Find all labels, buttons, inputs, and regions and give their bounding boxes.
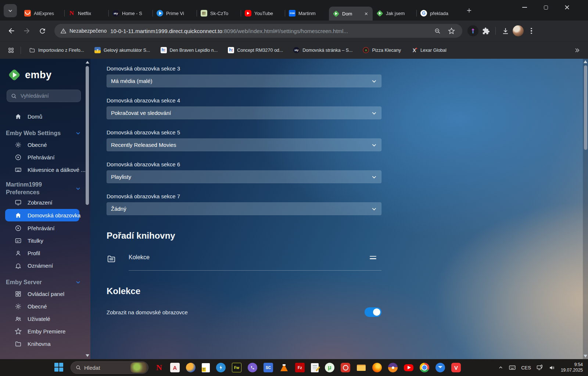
sidebar-item-general[interactable]: Obecné xyxy=(0,138,90,151)
scroll-down-arrow-icon[interactable] xyxy=(584,355,587,358)
sc-app-icon[interactable] xyxy=(263,363,273,372)
windows-start-button[interactable] xyxy=(54,363,64,372)
speaker-icon[interactable] xyxy=(549,364,556,371)
keyboard-layout-indicator[interactable]: CES xyxy=(521,365,531,370)
bookmark-gel-battery[interactable]: Gelový akumulátor S... xyxy=(91,45,154,55)
sidebar-item-notifications[interactable]: Oznámení xyxy=(0,259,90,272)
sidebar-section-emby-server[interactable]: Emby Server xyxy=(0,276,90,288)
bookmark-den-braven[interactable]: Den Braven Lepidlo n... xyxy=(157,45,222,55)
filezilla-app-icon[interactable] xyxy=(295,363,305,372)
scroll-down-arrow-icon[interactable] xyxy=(86,354,89,357)
library-order-row-collections[interactable]: Kolekce xyxy=(107,253,381,271)
sidebar-item-emby-premiere[interactable]: Emby Premiere xyxy=(0,325,90,337)
lightning-app-icon[interactable] xyxy=(216,363,226,372)
browser-menu-button[interactable] xyxy=(526,28,537,34)
scroll-up-arrow-icon[interactable] xyxy=(86,61,89,64)
sidebar-item-dashboard[interactable]: Ovládací panel xyxy=(0,288,90,300)
sidebar-section-emby-web-settings[interactable]: Emby Web Settings xyxy=(0,127,90,138)
address-bar[interactable]: Nezabezpečeno 10-0-1-11.martinm1999.dire… xyxy=(54,24,462,38)
sidebar-item-keyboard-remote[interactable]: Klávesnice a dálkové ... xyxy=(0,163,90,176)
new-tab-button[interactable] xyxy=(463,5,474,16)
chrome-app-icon[interactable] xyxy=(420,363,429,372)
network-icon[interactable] xyxy=(536,364,544,371)
youtube-app-icon[interactable] xyxy=(404,364,413,371)
adobe-acrobat-app-icon[interactable] xyxy=(170,363,180,372)
notes-editor-app-icon[interactable] xyxy=(311,363,319,372)
fireworks-app-icon[interactable] xyxy=(232,363,241,372)
camera-app-icon[interactable] xyxy=(341,363,350,372)
taskbar-clock[interactable]: 9:54 19.07.2025 xyxy=(561,362,583,373)
security-indicator[interactable]: Nezabezpečeno xyxy=(60,28,107,34)
tab-sky-home[interactable]: Home - S xyxy=(109,6,153,21)
select-homescreen-section-5[interactable]: Recently Released Movies xyxy=(107,138,381,151)
tab-search-button[interactable] xyxy=(4,4,17,17)
sidebar-item-playback-user[interactable]: Přehrávání xyxy=(0,222,90,234)
bookmark-sky-home[interactable]: Domovská stránka – S... xyxy=(290,45,356,55)
sidebar-scrollbar-thumb[interactable] xyxy=(86,66,89,205)
utorrent-app-icon[interactable] xyxy=(325,363,334,372)
search-highlight-image[interactable] xyxy=(130,362,147,373)
tab-google-translate[interactable]: překlada xyxy=(417,6,460,21)
firefox-app-icon[interactable] xyxy=(372,363,382,372)
viber-app-icon[interactable] xyxy=(248,363,257,372)
tab-emby-2[interactable]: Jak jsem xyxy=(373,6,416,21)
bookmark-concept[interactable]: Concept RM3270 od... xyxy=(224,45,287,55)
select-homescreen-section-4[interactable]: Pokračovat ve sledování xyxy=(107,106,381,119)
show-on-homescreen-toggle[interactable] xyxy=(365,307,381,317)
sidebar-item-subtitles[interactable]: Titulky xyxy=(0,234,90,247)
sidebar-item-library[interactable]: Knihovna xyxy=(0,337,90,350)
zoom-page-button[interactable] xyxy=(432,26,442,36)
tab-emby-active[interactable]: Dom xyxy=(329,7,373,21)
search-input[interactable] xyxy=(21,93,72,99)
sidebar-item-server-general[interactable]: Obecné xyxy=(0,300,90,312)
hidden-icons-chevron-icon[interactable] xyxy=(498,365,503,370)
vivaldi-app-icon[interactable] xyxy=(451,363,461,372)
tab-netflix[interactable]: Netflix xyxy=(65,6,108,21)
sidebar-item-homescreen-selected[interactable]: Domovská obrazovka xyxy=(5,209,79,221)
bookmark-lexar[interactable]: Lexar Global xyxy=(408,45,450,55)
extensions-button[interactable] xyxy=(481,26,491,36)
profile-avatar[interactable] xyxy=(513,25,524,36)
secure-browser-app-icon[interactable] xyxy=(388,363,398,372)
tab-sk-cz[interactable]: Sk-CzTo xyxy=(197,6,241,21)
tab-prime-video[interactable]: Prime Vi xyxy=(153,6,197,21)
sidebar-item-playback-web[interactable]: Přehrávání xyxy=(0,151,90,163)
select-homescreen-section-6[interactable]: Playlisty xyxy=(107,170,381,183)
touch-keyboard-icon[interactable] xyxy=(509,364,516,371)
back-button[interactable] xyxy=(4,23,19,39)
window-close-button[interactable] xyxy=(556,0,578,15)
page-scrollbar-thumb[interactable] xyxy=(584,65,587,150)
bookmark-star-button[interactable] xyxy=(446,26,456,36)
thunderbird-app-icon[interactable] xyxy=(435,363,445,372)
window-maximize-button[interactable] xyxy=(535,0,556,15)
window-minimize-button[interactable] xyxy=(514,0,535,15)
sidebar-search[interactable] xyxy=(7,90,81,102)
vlc-app-icon[interactable] xyxy=(279,363,289,372)
sidebar-item-home[interactable]: Domů xyxy=(0,110,90,123)
sidebar-section-user-preferences[interactable]: Martinm1999 Preferences xyxy=(0,181,90,196)
drag-handle-icon[interactable] xyxy=(370,256,376,259)
pinned-extension-button[interactable] xyxy=(467,25,478,36)
forward-button[interactable] xyxy=(19,23,35,39)
globe-browser-app-icon[interactable] xyxy=(186,363,196,372)
taskbar-search[interactable] xyxy=(71,361,148,374)
tab-aliexpress[interactable]: AliExpres xyxy=(21,6,64,21)
downloads-button[interactable] xyxy=(500,26,510,36)
sidebar-item-display[interactable]: Zobrazení xyxy=(0,196,90,209)
select-homescreen-section-3[interactable]: Má média (malé) xyxy=(107,75,381,87)
reload-button[interactable] xyxy=(35,23,50,39)
url-text[interactable]: 10-0-1-11.martinm1999.direct.quickconnec… xyxy=(110,28,429,34)
tab-youtube[interactable]: YouTube xyxy=(241,6,285,21)
netflix-app-icon[interactable] xyxy=(154,363,164,372)
tab-close-icon[interactable] xyxy=(363,11,369,17)
bookmark-pizza-klecany[interactable]: Pizza Klecany xyxy=(359,45,405,55)
select-homescreen-section-7[interactable]: Žádný xyxy=(107,202,381,215)
scroll-up-arrow-icon[interactable] xyxy=(584,60,587,63)
sidebar-scrollbar[interactable] xyxy=(85,60,89,358)
apps-grid-button[interactable] xyxy=(6,45,16,55)
text-document-app-icon[interactable] xyxy=(202,363,210,372)
tab-dsm[interactable]: Martinm xyxy=(285,6,329,21)
bookmark-imported-firefox[interactable]: Importováno z Firefo... xyxy=(25,45,88,55)
sidebar-item-users[interactable]: Uživatelé xyxy=(0,312,90,325)
taskbar-search-input[interactable] xyxy=(84,365,116,371)
